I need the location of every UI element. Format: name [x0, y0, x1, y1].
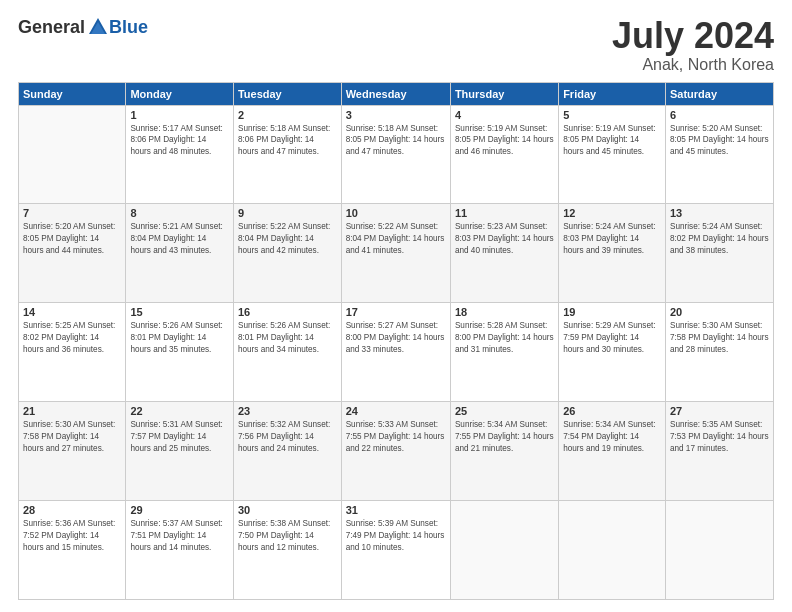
day-number: 7 — [23, 207, 121, 219]
table-row: 13Sunrise: 5:24 AM Sunset: 8:02 PM Dayli… — [665, 204, 773, 303]
calendar-week-row: 7Sunrise: 5:20 AM Sunset: 8:05 PM Daylig… — [19, 204, 774, 303]
logo-icon — [87, 16, 109, 38]
day-number: 9 — [238, 207, 337, 219]
header-saturday: Saturday — [665, 82, 773, 105]
day-info: Sunrise: 5:32 AM Sunset: 7:56 PM Dayligh… — [238, 419, 337, 455]
day-info: Sunrise: 5:28 AM Sunset: 8:00 PM Dayligh… — [455, 320, 554, 356]
day-info: Sunrise: 5:20 AM Sunset: 8:05 PM Dayligh… — [670, 123, 769, 159]
day-number: 11 — [455, 207, 554, 219]
day-info: Sunrise: 5:18 AM Sunset: 8:05 PM Dayligh… — [346, 123, 446, 159]
calendar-page: General Blue July 2024 Anak, North Korea… — [0, 0, 792, 612]
day-info: Sunrise: 5:33 AM Sunset: 7:55 PM Dayligh… — [346, 419, 446, 455]
day-info: Sunrise: 5:34 AM Sunset: 7:54 PM Dayligh… — [563, 419, 661, 455]
title-area: July 2024 Anak, North Korea — [612, 16, 774, 74]
day-info: Sunrise: 5:39 AM Sunset: 7:49 PM Dayligh… — [346, 518, 446, 554]
header-friday: Friday — [559, 82, 666, 105]
table-row: 28Sunrise: 5:36 AM Sunset: 7:52 PM Dayli… — [19, 501, 126, 600]
logo-area: General Blue — [18, 16, 148, 38]
day-number: 15 — [130, 306, 229, 318]
calendar-week-row: 14Sunrise: 5:25 AM Sunset: 8:02 PM Dayli… — [19, 303, 774, 402]
table-row: 30Sunrise: 5:38 AM Sunset: 7:50 PM Dayli… — [233, 501, 341, 600]
day-number: 26 — [563, 405, 661, 417]
table-row: 6Sunrise: 5:20 AM Sunset: 8:05 PM Daylig… — [665, 105, 773, 204]
day-number: 8 — [130, 207, 229, 219]
day-number: 17 — [346, 306, 446, 318]
day-info: Sunrise: 5:24 AM Sunset: 8:03 PM Dayligh… — [563, 221, 661, 257]
day-info: Sunrise: 5:26 AM Sunset: 8:01 PM Dayligh… — [238, 320, 337, 356]
table-row — [665, 501, 773, 600]
month-title: July 2024 — [612, 16, 774, 56]
day-number: 13 — [670, 207, 769, 219]
table-row: 21Sunrise: 5:30 AM Sunset: 7:58 PM Dayli… — [19, 402, 126, 501]
logo-blue: Blue — [109, 17, 148, 38]
table-row: 15Sunrise: 5:26 AM Sunset: 8:01 PM Dayli… — [126, 303, 234, 402]
table-row — [450, 501, 558, 600]
logo: General Blue — [18, 16, 148, 38]
table-row: 26Sunrise: 5:34 AM Sunset: 7:54 PM Dayli… — [559, 402, 666, 501]
table-row: 25Sunrise: 5:34 AM Sunset: 7:55 PM Dayli… — [450, 402, 558, 501]
day-info: Sunrise: 5:25 AM Sunset: 8:02 PM Dayligh… — [23, 320, 121, 356]
table-row: 3Sunrise: 5:18 AM Sunset: 8:05 PM Daylig… — [341, 105, 450, 204]
day-number: 4 — [455, 109, 554, 121]
calendar-week-row: 21Sunrise: 5:30 AM Sunset: 7:58 PM Dayli… — [19, 402, 774, 501]
day-number: 2 — [238, 109, 337, 121]
day-info: Sunrise: 5:37 AM Sunset: 7:51 PM Dayligh… — [130, 518, 229, 554]
day-info: Sunrise: 5:36 AM Sunset: 7:52 PM Dayligh… — [23, 518, 121, 554]
table-row: 16Sunrise: 5:26 AM Sunset: 8:01 PM Dayli… — [233, 303, 341, 402]
header: General Blue July 2024 Anak, North Korea — [18, 16, 774, 74]
table-row: 23Sunrise: 5:32 AM Sunset: 7:56 PM Dayli… — [233, 402, 341, 501]
day-number: 3 — [346, 109, 446, 121]
table-row: 8Sunrise: 5:21 AM Sunset: 8:04 PM Daylig… — [126, 204, 234, 303]
logo-general: General — [18, 17, 85, 38]
day-info: Sunrise: 5:27 AM Sunset: 8:00 PM Dayligh… — [346, 320, 446, 356]
day-number: 25 — [455, 405, 554, 417]
header-thursday: Thursday — [450, 82, 558, 105]
day-info: Sunrise: 5:29 AM Sunset: 7:59 PM Dayligh… — [563, 320, 661, 356]
table-row: 27Sunrise: 5:35 AM Sunset: 7:53 PM Dayli… — [665, 402, 773, 501]
header-wednesday: Wednesday — [341, 82, 450, 105]
table-row: 9Sunrise: 5:22 AM Sunset: 8:04 PM Daylig… — [233, 204, 341, 303]
day-info: Sunrise: 5:17 AM Sunset: 8:06 PM Dayligh… — [130, 123, 229, 159]
table-row: 29Sunrise: 5:37 AM Sunset: 7:51 PM Dayli… — [126, 501, 234, 600]
table-row — [559, 501, 666, 600]
day-info: Sunrise: 5:18 AM Sunset: 8:06 PM Dayligh… — [238, 123, 337, 159]
day-info: Sunrise: 5:35 AM Sunset: 7:53 PM Dayligh… — [670, 419, 769, 455]
day-number: 14 — [23, 306, 121, 318]
calendar-table: Sunday Monday Tuesday Wednesday Thursday… — [18, 82, 774, 600]
day-number: 28 — [23, 504, 121, 516]
day-number: 18 — [455, 306, 554, 318]
day-number: 29 — [130, 504, 229, 516]
table-row: 1Sunrise: 5:17 AM Sunset: 8:06 PM Daylig… — [126, 105, 234, 204]
table-row: 24Sunrise: 5:33 AM Sunset: 7:55 PM Dayli… — [341, 402, 450, 501]
day-number: 21 — [23, 405, 121, 417]
day-info: Sunrise: 5:20 AM Sunset: 8:05 PM Dayligh… — [23, 221, 121, 257]
table-row: 31Sunrise: 5:39 AM Sunset: 7:49 PM Dayli… — [341, 501, 450, 600]
table-row: 17Sunrise: 5:27 AM Sunset: 8:00 PM Dayli… — [341, 303, 450, 402]
day-info: Sunrise: 5:21 AM Sunset: 8:04 PM Dayligh… — [130, 221, 229, 257]
day-info: Sunrise: 5:31 AM Sunset: 7:57 PM Dayligh… — [130, 419, 229, 455]
table-row: 11Sunrise: 5:23 AM Sunset: 8:03 PM Dayli… — [450, 204, 558, 303]
table-row: 12Sunrise: 5:24 AM Sunset: 8:03 PM Dayli… — [559, 204, 666, 303]
weekday-header-row: Sunday Monday Tuesday Wednesday Thursday… — [19, 82, 774, 105]
day-info: Sunrise: 5:24 AM Sunset: 8:02 PM Dayligh… — [670, 221, 769, 257]
day-number: 16 — [238, 306, 337, 318]
day-info: Sunrise: 5:30 AM Sunset: 7:58 PM Dayligh… — [670, 320, 769, 356]
table-row: 2Sunrise: 5:18 AM Sunset: 8:06 PM Daylig… — [233, 105, 341, 204]
table-row: 10Sunrise: 5:22 AM Sunset: 8:04 PM Dayli… — [341, 204, 450, 303]
day-number: 1 — [130, 109, 229, 121]
day-info: Sunrise: 5:38 AM Sunset: 7:50 PM Dayligh… — [238, 518, 337, 554]
day-number: 5 — [563, 109, 661, 121]
day-number: 24 — [346, 405, 446, 417]
day-info: Sunrise: 5:22 AM Sunset: 8:04 PM Dayligh… — [346, 221, 446, 257]
day-number: 10 — [346, 207, 446, 219]
day-info: Sunrise: 5:19 AM Sunset: 8:05 PM Dayligh… — [563, 123, 661, 159]
table-row: 5Sunrise: 5:19 AM Sunset: 8:05 PM Daylig… — [559, 105, 666, 204]
table-row: 4Sunrise: 5:19 AM Sunset: 8:05 PM Daylig… — [450, 105, 558, 204]
day-number: 22 — [130, 405, 229, 417]
table-row: 19Sunrise: 5:29 AM Sunset: 7:59 PM Dayli… — [559, 303, 666, 402]
day-number: 31 — [346, 504, 446, 516]
day-info: Sunrise: 5:30 AM Sunset: 7:58 PM Dayligh… — [23, 419, 121, 455]
header-sunday: Sunday — [19, 82, 126, 105]
header-tuesday: Tuesday — [233, 82, 341, 105]
day-number: 20 — [670, 306, 769, 318]
